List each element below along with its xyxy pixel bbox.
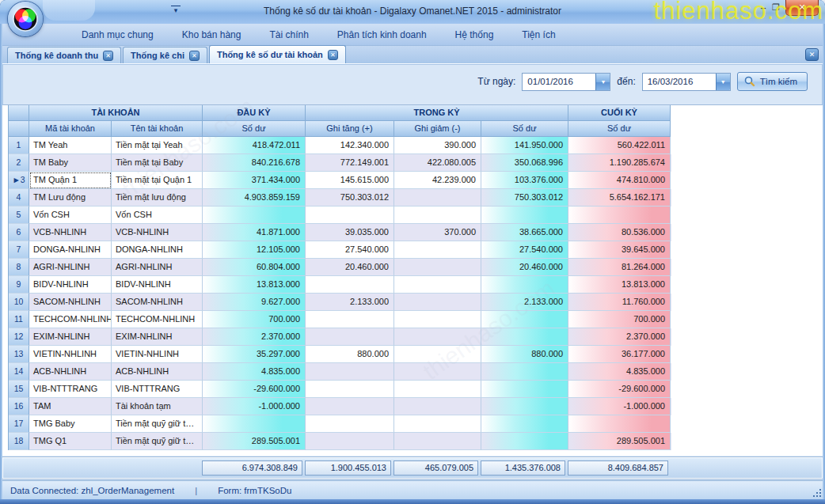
table-row[interactable]: 2 TM Baby Tiền mặt tại Baby 840.216.678 … <box>9 154 671 172</box>
cell-increase[interactable] <box>306 381 394 398</box>
cell-account-code[interactable]: TMG Baby <box>29 415 112 433</box>
cell-closing-balance[interactable]: 700.000 <box>568 311 671 328</box>
cell-account-code[interactable]: TECHCOM-NHLINH <box>29 311 112 328</box>
cell-account-name[interactable]: Tiền mặt quỹ giữ t… <box>112 415 203 433</box>
cell-account-name[interactable]: Tiền mặt quỹ giữ t… <box>112 433 203 450</box>
column-header-code[interactable]: Mã tài khoản <box>29 121 112 137</box>
cell-period-balance[interactable] <box>481 415 568 433</box>
cell-account-name[interactable]: VIB-NTTTRANG <box>112 381 203 398</box>
row-number-cell[interactable]: 8 <box>9 259 29 276</box>
minimize-button[interactable]: – <box>757 0 770 14</box>
cell-account-code[interactable]: VIETIN-NHLINH <box>29 346 112 363</box>
row-number-cell[interactable]: ►3 <box>9 172 29 189</box>
to-date-dropdown-icon[interactable]: ▼ <box>716 74 730 90</box>
group-header-closing[interactable]: CUỐI KỲ <box>568 105 671 121</box>
cell-closing-balance[interactable]: 81.264.000 <box>568 259 671 276</box>
menu-item[interactable]: Phân tích kinh doanh <box>323 26 441 44</box>
cell-closing-balance[interactable]: 2.370.000 <box>568 328 671 346</box>
cell-opening-balance[interactable]: -29.600.000 <box>203 381 306 398</box>
tab[interactable]: Thống kê doanh thu ✕ <box>7 47 121 63</box>
cell-opening-balance[interactable]: 35.297.000 <box>203 346 306 363</box>
cell-increase[interactable]: 772.149.001 <box>306 154 394 172</box>
table-row[interactable]: 14 ACB-NHLINH ACB-NHLINH 4.835.000 4.835… <box>9 363 671 381</box>
from-date-value[interactable]: 01/01/2016 <box>523 74 595 90</box>
cell-account-name[interactable]: Vốn CSH <box>112 207 203 224</box>
to-date-value[interactable]: 16/03/2016 <box>643 74 716 90</box>
row-number-cell[interactable]: 11 <box>9 311 29 328</box>
cell-account-name[interactable]: AGRI-NHLINH <box>112 259 203 276</box>
cell-opening-balance[interactable]: 840.216.678 <box>203 154 306 172</box>
cell-account-name[interactable]: Tiền mặt tại Baby <box>112 154 203 172</box>
cell-closing-balance[interactable]: 13.813.000 <box>568 276 671 294</box>
cell-decrease[interactable]: 390.000 <box>394 137 481 154</box>
cell-opening-balance[interactable]: 12.105.000 <box>203 241 306 259</box>
row-number-cell[interactable]: 14 <box>9 363 29 381</box>
table-row[interactable]: 18 TMG Q1 Tiền mặt quỹ giữ t… 289.505.00… <box>9 433 671 450</box>
resize-grip-icon[interactable] <box>811 487 821 497</box>
tab-close-icon[interactable]: ✕ <box>328 50 338 60</box>
menu-item[interactable]: Hệ thống <box>441 26 508 44</box>
cell-period-balance[interactable] <box>481 398 568 415</box>
column-header-opening-balance[interactable]: Số dư <box>203 121 306 137</box>
row-number-cell[interactable]: 17 <box>9 415 29 433</box>
table-row[interactable]: 8 AGRI-NHLINH AGRI-NHLINH 60.804.000 20.… <box>9 259 671 276</box>
tab[interactable]: Thống kê số dư tài khoản ✕ <box>209 45 346 63</box>
cell-account-code[interactable]: EXIM-NHLINH <box>29 328 112 346</box>
cell-account-name[interactable]: Tiền mặt tại Yeah <box>112 137 203 154</box>
table-row[interactable]: 9 BIDV-NHLINH BIDV-NHLINH 13.813.000 13.… <box>9 276 671 294</box>
group-header-opening[interactable]: ĐẦU KỲ <box>203 105 306 121</box>
row-number-cell[interactable]: 15 <box>9 381 29 398</box>
cell-account-name[interactable]: VIETIN-NHLINH <box>112 346 203 363</box>
cell-account-code[interactable]: TM Baby <box>29 154 112 172</box>
menu-item[interactable]: Kho bán hàng <box>168 26 256 44</box>
cell-period-balance[interactable]: 2.133.000 <box>481 294 568 311</box>
cell-account-code[interactable]: Vốn CSH <box>29 207 112 224</box>
cell-period-balance[interactable]: 27.540.000 <box>481 241 568 259</box>
cell-closing-balance[interactable]: 11.760.000 <box>568 294 671 311</box>
cell-period-balance[interactable] <box>481 381 568 398</box>
cell-account-name[interactable]: TECHCOM-NHLINH <box>112 311 203 328</box>
row-number-cell[interactable]: 7 <box>9 241 29 259</box>
cell-period-balance[interactable] <box>481 311 568 328</box>
column-header-name[interactable]: Tên tài khoản <box>112 121 203 137</box>
cell-closing-balance[interactable]: 39.645.000 <box>568 241 671 259</box>
cell-closing-balance[interactable]: 560.422.011 <box>568 137 671 154</box>
table-row[interactable]: 17 TMG Baby Tiền mặt quỹ giữ t… <box>9 415 671 433</box>
cell-account-name[interactable]: Tài khoản tạm <box>112 398 203 415</box>
row-number-cell[interactable]: 6 <box>9 224 29 241</box>
cell-increase[interactable] <box>306 276 394 294</box>
cell-increase[interactable] <box>306 415 394 433</box>
cell-closing-balance[interactable]: 1.190.285.674 <box>568 154 671 172</box>
cell-period-balance[interactable]: 103.376.000 <box>481 172 568 189</box>
table-row[interactable]: 5 Vốn CSH Vốn CSH <box>9 207 671 224</box>
table-row[interactable]: 6 VCB-NHLINH VCB-NHLINH 41.871.000 39.03… <box>9 224 671 241</box>
cell-decrease[interactable] <box>394 207 481 224</box>
cell-opening-balance[interactable]: 700.000 <box>203 311 306 328</box>
cell-period-balance[interactable] <box>481 207 568 224</box>
column-header-closing-balance[interactable]: Số dư <box>568 121 671 137</box>
row-number-cell[interactable]: 18 <box>9 433 29 450</box>
group-header-account[interactable]: TÀI KHOẢN <box>29 105 203 121</box>
column-header-increase[interactable]: Ghi tăng (+) <box>306 121 394 137</box>
cell-account-code[interactable]: TM Yeah <box>29 137 112 154</box>
cell-opening-balance[interactable]: 41.871.000 <box>203 224 306 241</box>
row-number-cell[interactable]: 2 <box>9 154 29 172</box>
cell-increase[interactable]: 750.303.012 <box>306 189 394 207</box>
cell-account-code[interactable]: TMG Q1 <box>29 433 112 450</box>
table-row[interactable]: 11 TECHCOM-NHLINH TECHCOM-NHLINH 700.000… <box>9 311 671 328</box>
cell-period-balance[interactable] <box>481 276 568 294</box>
cell-period-balance[interactable]: 350.068.996 <box>481 154 568 172</box>
cell-account-name[interactable]: Tiền mặt tại Quận 1 <box>112 172 203 189</box>
cell-opening-balance[interactable]: 418.472.011 <box>203 137 306 154</box>
cell-closing-balance[interactable]: 4.835.000 <box>568 363 671 381</box>
tab-close-icon[interactable]: ✕ <box>189 51 200 61</box>
from-date-input[interactable]: 01/01/2016 ▼ <box>522 73 610 91</box>
cell-decrease[interactable]: 42.239.000 <box>394 172 481 189</box>
table-row[interactable]: 15 VIB-NTTTRANG VIB-NTTTRANG -29.600.000… <box>9 381 671 398</box>
column-header-period-balance[interactable]: Số dư <box>481 121 568 137</box>
cell-account-name[interactable]: SACOM-NHLINH <box>112 294 203 311</box>
table-row[interactable]: 12 EXIM-NHLINH EXIM-NHLINH 2.370.000 2.3… <box>9 328 671 346</box>
cell-increase[interactable] <box>306 328 394 346</box>
row-number-cell[interactable]: 12 <box>9 328 29 346</box>
cell-opening-balance[interactable]: 2.370.000 <box>203 328 306 346</box>
